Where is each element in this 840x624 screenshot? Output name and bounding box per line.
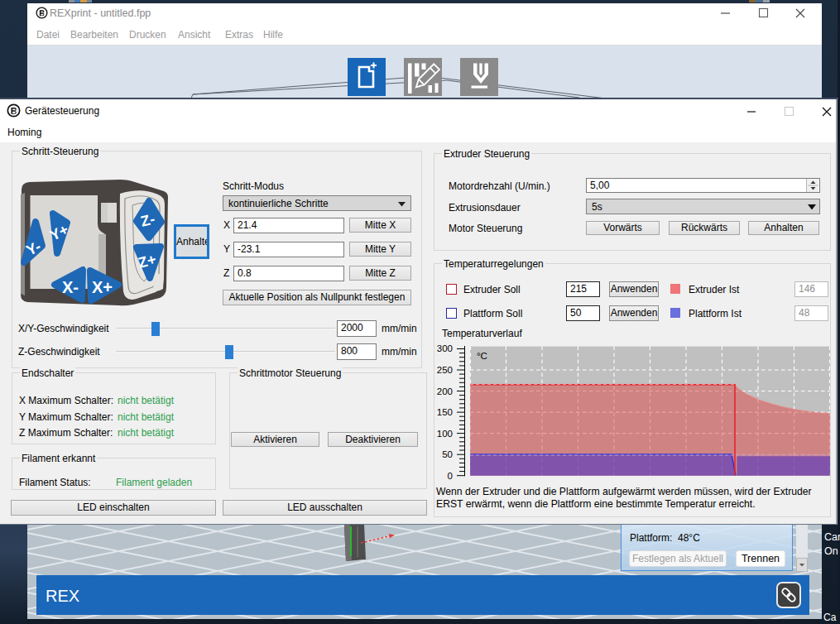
svg-text:100: 100 [437, 429, 453, 439]
svg-text:°C: °C [477, 351, 487, 361]
svg-text:50: 50 [442, 449, 453, 459]
svg-text:300: 300 [437, 343, 453, 353]
svg-text:X+: X+ [92, 278, 113, 296]
svg-text:150: 150 [437, 407, 453, 417]
svg-text:X-: X- [62, 278, 79, 296]
svg-text:200: 200 [437, 386, 453, 396]
svg-text:250: 250 [437, 365, 453, 375]
svg-text:0: 0 [448, 471, 453, 481]
